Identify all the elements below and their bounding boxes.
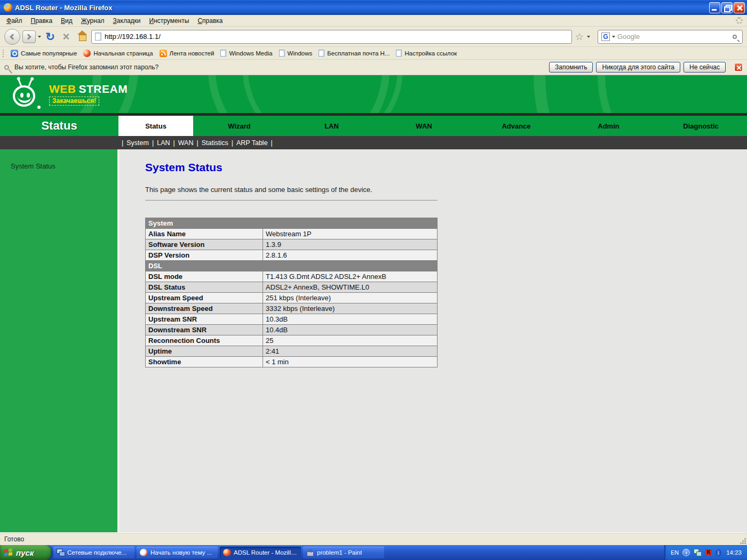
menu-item[interactable]: Вид	[57, 16, 77, 26]
remember-button[interactable]: Запомнить	[549, 62, 593, 73]
stop-button[interactable]: ×	[59, 29, 73, 44]
taskbar-task[interactable]: Сетевые подключе...	[53, 547, 134, 558]
tray-network-icon[interactable]	[694, 549, 702, 556]
webstream-mascot-icon	[12, 78, 42, 111]
page-icon	[220, 50, 226, 57]
subnav-arp-table[interactable]: ARP Table	[236, 139, 268, 147]
bookmark-item[interactable]: Самые популярные	[7, 49, 80, 58]
tab-status[interactable]: Status	[118, 116, 193, 136]
start-label: пуск	[16, 548, 34, 557]
row-value: 2.8.1.6	[263, 250, 438, 261]
location-bar[interactable]	[91, 30, 572, 44]
bookmark-item[interactable]: Windows Media	[217, 49, 275, 58]
task-label: Сетевые подключе...	[67, 549, 126, 556]
subnav-separator: |	[232, 139, 233, 147]
bookmark-item[interactable]: Настройка ссылок	[393, 49, 460, 58]
menu-item[interactable]: Закладки	[109, 16, 145, 26]
sidebar-item-system-status[interactable]: System Status	[11, 162, 117, 170]
restore-button[interactable]	[721, 2, 733, 13]
google-engine-icon[interactable]: G	[601, 33, 610, 41]
notification-buttons: ЗапомнитьНикогда для этого сайтаНе сейча…	[546, 62, 726, 73]
page-icon	[396, 50, 402, 57]
row-label: Downstream SNR	[146, 325, 263, 335]
home-button[interactable]	[75, 29, 89, 44]
rss-icon	[160, 50, 167, 57]
tray-collapse-chevron-icon[interactable]: ‹	[682, 549, 690, 556]
forward-arrow-icon	[25, 34, 31, 39]
menu-item[interactable]: Файл	[2, 16, 27, 26]
bookmark-item[interactable]: Начальная страница	[80, 49, 156, 58]
notification-close-button[interactable]	[734, 63, 743, 71]
firefox-icon	[223, 549, 231, 556]
site-page-icon	[95, 33, 101, 41]
subnav-lan[interactable]: LAN	[157, 139, 170, 147]
tab-advance[interactable]: Advance	[470, 116, 562, 136]
row-value: 251 kbps (Interleave)	[263, 293, 438, 303]
row-value: T1.413 G.Dmt ADSL2 ADSL2+ AnnexB	[263, 271, 438, 282]
tray-kaspersky-icon[interactable]: K	[705, 549, 712, 556]
subnav-system[interactable]: System	[126, 139, 149, 147]
subnav-separator: |	[152, 139, 154, 147]
tab-wizard[interactable]: Wizard	[193, 116, 285, 136]
row-label: Uptime	[146, 346, 263, 357]
menu-item[interactable]: Правка	[27, 16, 57, 26]
taskbar: пуск Сетевые подключе...Начать новую тем…	[0, 545, 747, 560]
bookmark-item[interactable]: Windows	[276, 49, 316, 58]
engine-dropdown-icon[interactable]	[612, 36, 615, 38]
history-dropdown-icon[interactable]	[38, 36, 41, 38]
bookmark-item[interactable]: Бесплатная почта Н...	[315, 49, 393, 58]
paint-icon	[306, 549, 314, 556]
minimize-button[interactable]	[709, 2, 720, 13]
bookmark-label: Windows Media	[229, 50, 272, 57]
taskbar-task[interactable]: ADSL Router - Mozilla...	[220, 547, 301, 558]
row-label: Showtime	[146, 357, 263, 367]
start-button[interactable]: пуск	[0, 545, 51, 560]
never-for-site-button[interactable]: Никогда для этого сайта	[596, 62, 680, 73]
brand-logo: WEBSTREAM Закачаешься!	[49, 83, 128, 106]
close-button[interactable]	[734, 2, 745, 13]
star-dropdown-icon[interactable]	[587, 36, 590, 38]
task-label: problem1 - Paint	[317, 549, 362, 556]
not-now-button[interactable]: Не сейчас	[684, 62, 726, 73]
toolbar-grip	[3, 50, 5, 57]
tray-clock: 14:23	[726, 549, 742, 556]
browser-icon	[140, 549, 148, 556]
tray-bluetooth-icon[interactable]: ᛒ	[716, 549, 721, 556]
bookmark-item[interactable]: Лента новостей	[156, 49, 218, 58]
subnav-separator: |	[173, 139, 175, 147]
forward-button[interactable]	[22, 30, 36, 43]
search-icon[interactable]	[733, 35, 737, 39]
reload-button[interactable]: ↻	[43, 29, 57, 44]
back-button[interactable]	[4, 29, 20, 45]
menu-item[interactable]: Инструменты	[145, 16, 194, 26]
resize-grip[interactable]	[744, 542, 746, 544]
tab-wan[interactable]: WAN	[378, 116, 470, 136]
subnav-statistics[interactable]: Statistics	[202, 139, 228, 147]
current-section-label: Status	[0, 116, 118, 136]
tab-lan[interactable]: LAN	[285, 116, 378, 136]
menu-item[interactable]: Справка	[193, 16, 227, 26]
tab-diagnostic[interactable]: Diagnostic	[655, 116, 747, 136]
tab-admin[interactable]: Admin	[562, 116, 655, 136]
bookmark-label: Настройка ссылок	[404, 50, 457, 57]
table-row: Upstream Speed251 kbps (Interleave)	[146, 293, 438, 303]
bookmark-label: Лента новостей	[170, 50, 214, 57]
bookmark-label: Windows	[288, 50, 313, 57]
browser-status-bar: Готово	[0, 532, 747, 545]
taskbar-task[interactable]: Начать новую тему ...	[137, 547, 218, 558]
notification-text: Вы хотите, чтобы Firefox запомнил этот п…	[14, 63, 542, 71]
search-bar[interactable]: G	[598, 30, 743, 44]
firefox-icon[interactable]	[4, 3, 12, 12]
table-row: Alias NameWebstream 1P	[146, 229, 438, 239]
url-input[interactable]	[105, 33, 568, 41]
home-icon	[77, 35, 87, 41]
subnav-wan[interactable]: WAN	[178, 139, 194, 147]
search-input[interactable]	[617, 33, 730, 41]
menu-item[interactable]: Журнал	[77, 16, 109, 26]
row-label: Downstream Speed	[146, 303, 263, 314]
main-panel: System Status This page shows the curren…	[120, 149, 747, 532]
language-indicator[interactable]: EN	[671, 549, 679, 556]
bookmark-label: Бесплатная почта Н...	[327, 50, 390, 57]
taskbar-task[interactable]: problem1 - Paint	[303, 547, 384, 558]
bookmark-star-icon[interactable]: ☆	[574, 31, 585, 43]
